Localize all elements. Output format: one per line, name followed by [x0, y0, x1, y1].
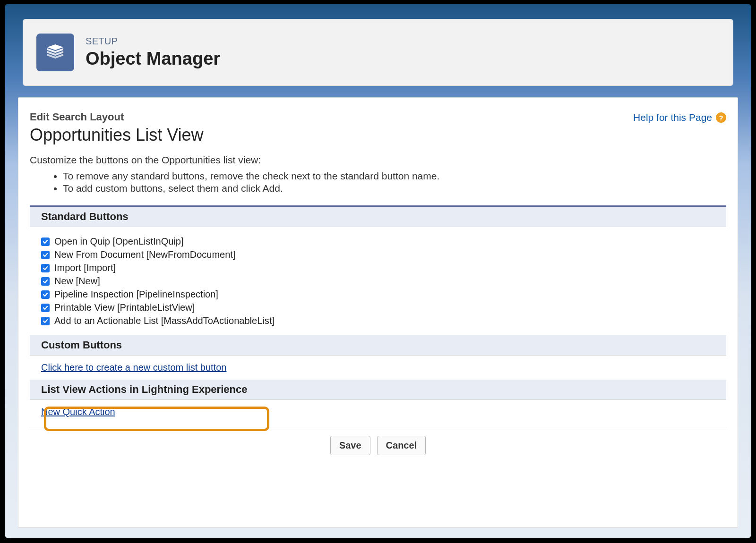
checkbox[interactable]	[41, 317, 50, 325]
std-btn-row-new: New [New]	[41, 276, 715, 287]
list-view-actions-section: List View Actions in Lightning Experienc…	[30, 380, 726, 424]
std-btn-label: Import [Import]	[54, 263, 116, 273]
new-quick-action-link[interactable]: New Quick Action	[41, 407, 115, 417]
intro-bullet: To remove any standard buttons, remove t…	[63, 170, 726, 182]
new-custom-button-link[interactable]: Click here to create a new custom list b…	[41, 362, 226, 373]
content-top-row: Edit Search Layout Opportunities List Vi…	[30, 111, 726, 154]
list-view-actions-body: New Quick Action	[30, 400, 726, 424]
help-icon: ?	[716, 112, 726, 123]
intro-bullet: To add custom buttons, select them and c…	[63, 183, 726, 194]
std-btn-label: Add to an Actionable List [MassAddToActi…	[54, 315, 275, 326]
page-title: Opportunities List View	[30, 125, 204, 145]
custom-buttons-section: Custom Buttons Click here to create a ne…	[30, 335, 726, 380]
std-btn-row-pipeline-inspection: Pipeline Inspection [PipelineInspection]	[41, 289, 715, 300]
help-link[interactable]: Help for this Page ?	[633, 112, 726, 123]
std-btn-label: Printable View [PrintableListView]	[54, 302, 195, 313]
std-btn-row-open-in-quip: Open in Quip [OpenListInQuip]	[41, 236, 715, 247]
std-btn-label: New From Document [NewFromDocument]	[54, 249, 235, 260]
standard-buttons-header: Standard Buttons	[30, 207, 726, 227]
title-block: Edit Search Layout Opportunities List Vi…	[30, 111, 204, 154]
cancel-button[interactable]: Cancel	[377, 436, 426, 455]
checkbox[interactable]	[41, 264, 50, 272]
header-text: SETUP Object Manager	[86, 36, 220, 69]
std-btn-label: Open in Quip [OpenListInQuip]	[54, 236, 184, 247]
custom-buttons-header: Custom Buttons	[30, 335, 726, 356]
edit-search-layout-label: Edit Search Layout	[30, 111, 204, 123]
std-btn-row-new-from-document: New From Document [NewFromDocument]	[41, 249, 715, 260]
setup-label: SETUP	[86, 36, 220, 47]
custom-buttons-body: Click here to create a new custom list b…	[30, 356, 726, 380]
footer-button-bar: Save Cancel	[30, 427, 726, 458]
standard-buttons-body: Open in Quip [OpenListInQuip] New From D…	[30, 227, 726, 335]
checkbox[interactable]	[41, 304, 50, 312]
list-view-actions-header: List View Actions in Lightning Experienc…	[30, 380, 726, 400]
content-card: Edit Search Layout Opportunities List Vi…	[18, 97, 738, 528]
std-btn-label: Pipeline Inspection [PipelineInspection]	[54, 289, 218, 300]
object-manager-icon	[36, 34, 74, 71]
standard-buttons-section: Standard Buttons Open in Quip [OpenListI…	[30, 205, 726, 335]
page-header-title: Object Manager	[86, 49, 220, 69]
checkbox[interactable]	[41, 238, 50, 246]
std-btn-row-import: Import [Import]	[41, 263, 715, 273]
setup-header-card: SETUP Object Manager	[23, 19, 733, 86]
save-button[interactable]: Save	[330, 436, 370, 455]
app-frame: SETUP Object Manager Edit Search Layout …	[5, 4, 751, 538]
checkbox[interactable]	[41, 251, 50, 259]
std-btn-row-printable-view: Printable View [PrintableListView]	[41, 302, 715, 313]
checkbox[interactable]	[41, 277, 50, 286]
std-btn-label: New [New]	[54, 276, 100, 287]
help-link-text: Help for this Page	[633, 112, 712, 123]
checkbox[interactable]	[41, 290, 50, 299]
intro-bullets: To remove any standard buttons, remove t…	[63, 170, 726, 194]
std-btn-row-add-to-actionable-list: Add to an Actionable List [MassAddToActi…	[41, 315, 715, 326]
intro-text: Customize the buttons on the Opportuniti…	[30, 154, 726, 166]
